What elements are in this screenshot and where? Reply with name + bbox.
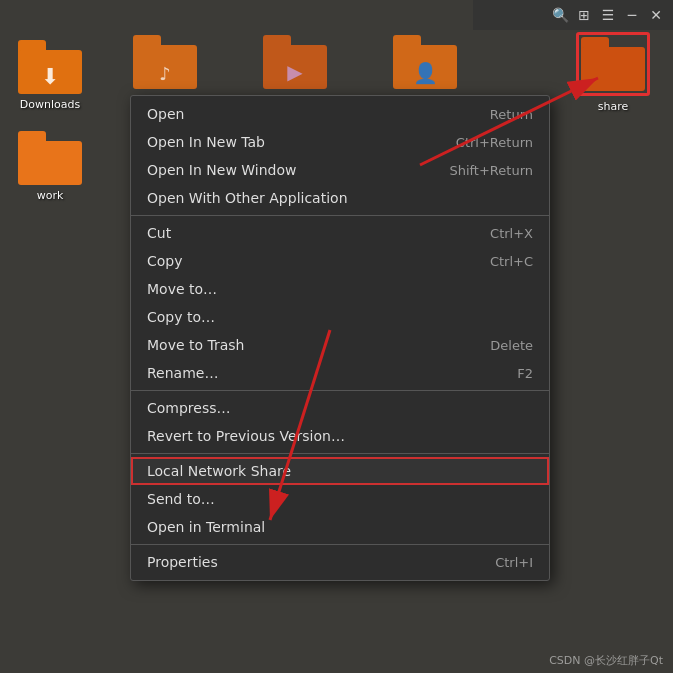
- separator-2: [131, 390, 549, 391]
- menu-open[interactable]: Open Return: [131, 100, 549, 128]
- separator-4: [131, 544, 549, 545]
- share-folder-container: share: [573, 32, 653, 113]
- menu-open-new-tab[interactable]: Open In New Tab Ctrl+Return: [131, 128, 549, 156]
- menu-move-to[interactable]: Move to…: [131, 275, 549, 303]
- menu-copy-to[interactable]: Copy to…: [131, 303, 549, 331]
- menu-copy[interactable]: Copy Ctrl+C: [131, 247, 549, 275]
- share-folder-highlight[interactable]: [576, 32, 650, 96]
- menu-cut[interactable]: Cut Ctrl+X: [131, 219, 549, 247]
- close-icon[interactable]: ✕: [647, 6, 665, 24]
- menu-local-network-share[interactable]: Local Network Share: [131, 457, 549, 485]
- work-folder[interactable]: work: [10, 131, 90, 202]
- menu-open-with-other[interactable]: Open With Other Application: [131, 184, 549, 212]
- separator-3: [131, 453, 549, 454]
- menu-open-new-window[interactable]: Open In New Window Shift+Return: [131, 156, 549, 184]
- share-folder-label: share: [598, 100, 629, 113]
- separator-1: [131, 215, 549, 216]
- downloads-label: Downloads: [20, 98, 80, 111]
- watermark: CSDN @长沙红胖子Qt: [549, 653, 663, 668]
- menu-move-to-trash[interactable]: Move to Trash Delete: [131, 331, 549, 359]
- menu-rename[interactable]: Rename… F2: [131, 359, 549, 387]
- music-folder[interactable]: ♪: [130, 35, 200, 89]
- menu-send-to[interactable]: Send to…: [131, 485, 549, 513]
- context-menu: Open Return Open In New Tab Ctrl+Return …: [130, 95, 550, 581]
- menu-revert[interactable]: Revert to Previous Version…: [131, 422, 549, 450]
- person-folder[interactable]: 👤: [390, 35, 460, 89]
- menu-open-in-terminal[interactable]: Open in Terminal: [131, 513, 549, 541]
- menu-properties[interactable]: Properties Ctrl+I: [131, 548, 549, 576]
- desktop: 🔍 ⊞ ☰ ─ ✕ ♪ ▶ 👤: [0, 0, 673, 673]
- top-bar: 🔍 ⊞ ☰ ─ ✕: [473, 0, 673, 30]
- minimize-icon[interactable]: ─: [623, 6, 641, 24]
- top-folders: ♪ ▶ 👤: [130, 35, 460, 89]
- work-label: work: [37, 189, 64, 202]
- grid-icon[interactable]: ⊞: [575, 6, 593, 24]
- list-icon[interactable]: ☰: [599, 6, 617, 24]
- desktop-icons-left: ⬇ Downloads work: [10, 40, 90, 202]
- downloads-folder[interactable]: ⬇ Downloads: [10, 40, 90, 111]
- search-icon[interactable]: 🔍: [551, 6, 569, 24]
- videos-folder[interactable]: ▶: [260, 35, 330, 89]
- menu-compress[interactable]: Compress…: [131, 394, 549, 422]
